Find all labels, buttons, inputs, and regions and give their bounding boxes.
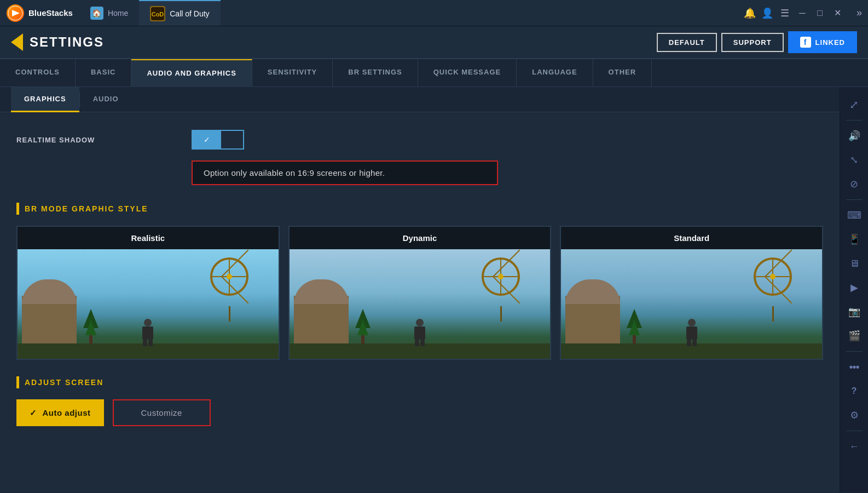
- auto-adjust-check: ✓: [30, 408, 37, 418]
- auto-adjust-label: Auto adjust: [43, 408, 91, 417]
- card-title-standard: Standard: [561, 227, 822, 249]
- app-logo: BlueStacks: [0, 4, 79, 22]
- linked-button[interactable]: f LINKED: [788, 31, 857, 53]
- realtime-shadow-toggle[interactable]: ✓: [192, 130, 244, 150]
- monitor-icon[interactable]: 🖥: [843, 253, 865, 274]
- tab-basic[interactable]: BASIC: [76, 59, 131, 87]
- settings-icon[interactable]: ⚙: [843, 404, 865, 426]
- app-name: BlueStacks: [28, 8, 73, 18]
- svg-marker-1: [12, 10, 20, 16]
- keyboard-icon[interactable]: ⌨: [843, 204, 865, 226]
- phone-icon[interactable]: 📱: [843, 228, 865, 250]
- camera-icon[interactable]: 📷: [843, 301, 865, 323]
- volume-icon[interactable]: 🔊: [843, 125, 865, 147]
- tab-br-settings[interactable]: BR SETTINGS: [333, 59, 418, 87]
- adjust-screen-section: ADJUST SCREEN ✓ Auto adjust Customize: [16, 376, 823, 426]
- default-button[interactable]: DEFAULT: [657, 33, 717, 52]
- settings-header: SETTINGS DEFAULT SUPPORT f LINKED: [0, 26, 868, 59]
- section-bar: [16, 203, 19, 215]
- adjust-buttons: ✓ Auto adjust Customize: [16, 399, 823, 426]
- titlebar: BlueStacks 🏠 Home CoD Call of Duty 🔔 👤 ☰…: [0, 0, 868, 26]
- sub-tab-audio[interactable]: AUDIO: [80, 87, 132, 112]
- br-mode-header: BR MODE GRAPHIC STYLE: [16, 203, 823, 215]
- home-tab[interactable]: 🏠 Home: [79, 0, 139, 26]
- help-icon[interactable]: ?: [843, 380, 865, 402]
- sidebar-divider-2: [846, 199, 863, 200]
- expand-icon[interactable]: ⤢: [843, 94, 865, 116]
- realtime-shadow-row: REALTIME SHADOW ✓: [16, 123, 823, 156]
- card-image-realistic: [18, 249, 279, 359]
- menu-icon[interactable]: ☰: [776, 4, 794, 22]
- adjust-screen-title: ADJUST SCREEN: [25, 378, 103, 387]
- back-arrow-icon[interactable]: ←: [843, 435, 865, 457]
- tab-sensitivity[interactable]: SENSITIVITY: [252, 59, 333, 87]
- toggle-on-button[interactable]: ✓: [193, 131, 221, 148]
- adjust-screen-header: ADJUST SCREEN: [16, 376, 823, 388]
- card-image-standard: [561, 249, 822, 359]
- home-icon: 🏠: [90, 7, 103, 20]
- settings-arrow-icon: [11, 33, 23, 51]
- expand-right-icon[interactable]: »: [850, 4, 868, 22]
- resize-arrows-icon[interactable]: ⤡: [843, 149, 865, 171]
- svg-text:CoD: CoD: [152, 11, 164, 18]
- more-dots-icon[interactable]: •••: [843, 356, 865, 378]
- customize-button[interactable]: Customize: [113, 399, 211, 426]
- no-symbol-icon[interactable]: ⊘: [843, 173, 865, 195]
- facebook-icon: f: [800, 37, 811, 48]
- settings-logo: SETTINGS: [11, 33, 104, 51]
- alert-box: Option only available on 16:9 screens or…: [192, 160, 498, 185]
- card-title-realistic: Realistic: [18, 227, 279, 249]
- tab-other[interactable]: OTHER: [593, 59, 652, 87]
- sidebar-divider-4: [846, 431, 863, 431]
- sidebar-divider-1: [846, 120, 863, 121]
- bell-icon[interactable]: 🔔: [741, 4, 759, 22]
- right-sidebar: ⤢ 🔊 ⤡ ⊘ ⌨ 📱 🖥 ▶ 📷 🎬 ••• ? ⚙ ←: [840, 87, 868, 492]
- tab-language[interactable]: LANGUAGE: [517, 59, 593, 87]
- sidebar-divider-3: [846, 351, 863, 352]
- alert-container: Option only available on 16:9 screens or…: [16, 156, 823, 194]
- video-icon[interactable]: 🎬: [843, 325, 865, 347]
- graphic-card-realistic[interactable]: Realistic: [16, 226, 280, 360]
- tab-controls[interactable]: CONTROLS: [0, 59, 76, 87]
- card-title-dynamic: Dynamic: [290, 227, 551, 249]
- support-button[interactable]: SUPPORT: [721, 33, 784, 52]
- sub-tabs: GRAPHICS AUDIO: [0, 87, 840, 112]
- close-button[interactable]: ✕: [829, 4, 846, 22]
- minimize-button[interactable]: ─: [794, 4, 811, 22]
- game-tab[interactable]: CoD Call of Duty: [139, 0, 220, 26]
- maximize-button[interactable]: □: [811, 4, 829, 22]
- settings-content: REALTIME SHADOW ✓ Option only available …: [0, 112, 840, 437]
- cod-icon: CoD: [150, 6, 165, 21]
- cast-icon[interactable]: ▶: [843, 277, 865, 299]
- nav-tabs: CONTROLS BASIC AUDIO AND GRAPHICS SENSIT…: [0, 59, 868, 87]
- bluestacks-logo: [7, 4, 24, 22]
- game-tab-label: Call of Duty: [170, 9, 209, 18]
- br-mode-title: BR MODE GRAPHIC STYLE: [25, 204, 148, 213]
- realtime-shadow-label: REALTIME SHADOW: [16, 136, 192, 144]
- graphic-card-standard[interactable]: Standard: [560, 226, 823, 360]
- home-tab-label: Home: [108, 9, 128, 18]
- content-area: GRAPHICS AUDIO REALTIME SHADOW ✓ Option …: [0, 87, 840, 492]
- graphic-card-dynamic[interactable]: Dynamic: [288, 226, 552, 360]
- main-area: GRAPHICS AUDIO REALTIME SHADOW ✓ Option …: [0, 87, 868, 492]
- graphic-cards: Realistic: [16, 226, 823, 360]
- sub-tab-graphics[interactable]: GRAPHICS: [11, 87, 79, 112]
- auto-adjust-button[interactable]: ✓ Auto adjust: [16, 399, 104, 426]
- card-image-dynamic: [290, 249, 551, 359]
- tab-quick-message[interactable]: QUICK MESSAGE: [418, 59, 517, 87]
- linked-label: LINKED: [815, 38, 845, 47]
- profile-icon[interactable]: 👤: [759, 4, 776, 22]
- adjust-section-bar: [16, 376, 19, 388]
- settings-title: SETTINGS: [30, 35, 104, 50]
- tab-audio-graphics[interactable]: AUDIO AND GRAPHICS: [131, 59, 252, 87]
- toggle-off-button[interactable]: [221, 131, 243, 148]
